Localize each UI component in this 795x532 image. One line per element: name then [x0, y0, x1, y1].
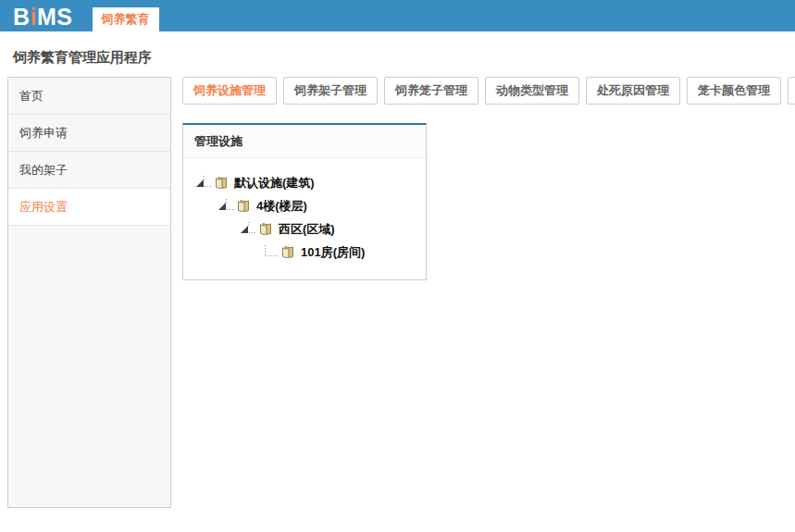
settings-toolbar: 饲养设施管理饲养架子管理饲养笼子管理动物类型管理处死原因管理笼卡颜色管理动物毛色…: [182, 77, 795, 105]
layout: 首页饲养申请我的架子应用设置 饲养设施管理饲养架子管理饲养笼子管理动物类型管理处…: [0, 77, 795, 508]
manage-facility-panel: 管理设施 默认设施(建筑)4楼(楼层)西区(区域)101房(房间): [182, 123, 427, 280]
toolbar-button-facility-management[interactable]: 饲养设施管理: [182, 77, 277, 105]
panel-title: 管理设施: [183, 125, 426, 158]
sidebar-item-my-racks[interactable]: 我的架子: [8, 152, 170, 189]
tree-node: 西区(区域): [239, 217, 416, 241]
tree-node: 默认设施(建筑): [194, 171, 416, 194]
toolbar-button-cage-management[interactable]: 饲养笼子管理: [384, 77, 478, 105]
tree-collapse-icon[interactable]: [239, 222, 255, 237]
folder-icon: [236, 198, 251, 214]
tree-node-label[interactable]: 默认设施(建筑): [234, 175, 315, 192]
main-content: 饲养设施管理饲养架子管理饲养笼子管理动物类型管理处死原因管理笼卡颜色管理动物毛色…: [182, 77, 795, 280]
sidebar-item-home[interactable]: 首页: [8, 78, 170, 115]
toolbar-button-animal-type-management[interactable]: 动物类型管理: [485, 77, 579, 105]
sidebar-item-feeding-request[interactable]: 饲养申请: [8, 115, 170, 152]
tree-collapse-icon[interactable]: [217, 199, 233, 214]
tree-node-label[interactable]: 西区(区域): [279, 221, 335, 238]
module-tab-breeding[interactable]: 饲养繁育: [93, 7, 159, 31]
facility-tree: 默认设施(建筑)4楼(楼层)西区(区域)101房(房间): [183, 158, 426, 279]
app-header: BiMS 饲养繁育: [0, 0, 795, 31]
folder-icon: [214, 175, 229, 191]
sidebar-item-app-settings[interactable]: 应用设置: [8, 189, 170, 226]
toolbar-button-rack-management[interactable]: 饲养架子管理: [283, 77, 378, 105]
logo-part-b: B: [13, 4, 31, 30]
tree-node: 4楼(楼层): [217, 194, 416, 217]
page-title: 饲养繁育管理应用程序: [13, 49, 782, 67]
tree-collapse-icon[interactable]: [194, 176, 211, 191]
toolbar-button-cage-card-color-management[interactable]: 笼卡颜色管理: [687, 77, 781, 105]
logo-part-i: i: [31, 4, 37, 30]
sidebar-nav: 首页饲养申请我的架子应用设置: [7, 77, 171, 508]
tree-node-label[interactable]: 4楼(楼层): [256, 198, 307, 215]
logo-part-ms: MS: [37, 4, 73, 30]
tree-node: 101房(房间): [261, 241, 416, 264]
toolbar-button-euthanasia-reason-management[interactable]: 处死原因管理: [586, 77, 680, 105]
tree-node-label[interactable]: 101房(房间): [301, 244, 365, 261]
tree-elbow-icon: [261, 245, 278, 260]
bims-logo: BiMS: [0, 0, 73, 31]
folder-icon: [280, 244, 295, 260]
toolbar-button-animal-coat-color-management[interactable]: 动物毛色管理: [788, 77, 795, 105]
folder-icon: [258, 221, 273, 237]
